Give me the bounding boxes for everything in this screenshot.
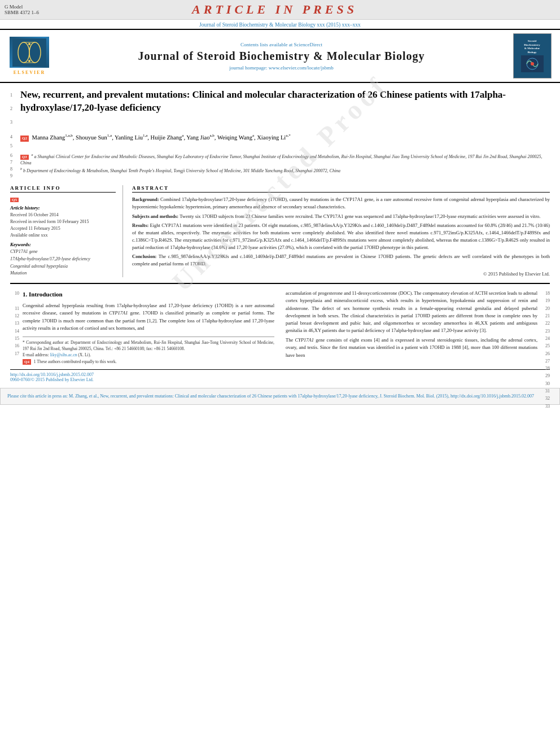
article-info-abstract-section: ARTICLE INFO Q5 Article history: Receive… [10,185,550,277]
model-label: G Model SBMB 4372 1–6 [5,4,39,15]
citation-text: Please cite this article in press as: M.… [7,394,449,399]
article-title: New, recurrent, and prevalent mutations:… [20,89,550,115]
section-divider [10,283,550,284]
citation-box: Please cite this article in press as: M.… [0,388,560,405]
q5-badge: Q5 [10,198,19,202]
keywords-label: Keywords: [10,242,116,247]
q3-badge: Q3 [20,154,30,159]
email-footnote: E-mail address: liky@sihs.ac.cn (X. Li). [23,352,274,358]
journal-cover-area: SteroidBiochemistry& MolecularBiology [511,33,553,78]
authors-text: Q2 Manna Zhang1,a,b, Shouyue Sun1,a, Yan… [20,133,291,148]
intro-section-number: 1. Introduction [23,290,274,299]
abstract-column: ABSTRACT Background: Combined 17alpha-hy… [132,185,550,277]
journal-homepage: journal homepage: www.elsevier.com/locat… [229,65,333,71]
svg-point-5 [28,43,30,45]
intro-right-text-2: The CYP17A1 gene consists of eight exons… [286,337,537,359]
svg-point-6 [28,60,30,62]
watermark-area: Uncorrected Proof 1 2 3 New, recurrent, … [10,89,550,277]
elsevier-logo-area: ELSEVIER [7,33,52,78]
footnote-section: * Corresponding author at: Department of… [23,337,274,365]
article-title-section: 1 2 3 New, recurrent, and prevalent muta… [10,89,550,129]
abstract-text: Background: Combined 17alpha-hydroxylase… [132,196,550,268]
journal-main-title: Journal of Steroid Biochemistry & Molecu… [138,50,425,63]
doi-section: http://dx.doi.org/10.1016/j.jsbmb.2015.0… [10,369,550,382]
journal-cover-image: SteroidBiochemistry& MolecularBiology [513,33,552,78]
introduction-section: 10 11 12 13 14 15 16 17 1. Introduction … [10,290,550,365]
left-line-numbers: 10 11 12 13 14 15 16 17 [10,290,19,357]
right-line-numbers: 1819202122 2324252627 282930313233 [545,290,550,410]
issn-text: 0960-0760/© 2015 Published by Elsevier L… [10,377,94,382]
intro-left-text: Congenital adrenal hyperplasia resulting… [23,302,274,332]
affiliations-text: Q3 a a Shanghai Clinical Center for Endo… [20,152,550,176]
article-dates: Received 16 October 2014 Received in rev… [10,212,116,239]
article-info-column: ARTICLE INFO Q5 Article history: Receive… [10,185,123,277]
q4-badge-area: Q4 1 These authors contributed equally t… [23,359,274,365]
q2-badge: Q2 [20,134,30,141]
doi-link[interactable]: http://dx.doi.org/10.1016/j.jsbmb.2015.0… [10,372,94,377]
article-history-label: Article history: [10,205,116,211]
svg-point-9 [531,62,534,65]
journal-title-area: Contents lists available at ScienceDirec… [58,33,505,78]
intro-left-column: 10 11 12 13 14 15 16 17 1. Introduction … [10,290,274,365]
article-in-press-banner: ARTICLE IN PRESS [39,2,510,17]
abstract-heading: ABSTRACT [132,185,550,193]
q5-badge-area: Q5 [10,196,116,202]
abstract-copyright: © 2015 Published by Elsevier Ltd. [132,271,550,277]
q4-badge: Q4 [23,359,31,365]
corresponding-footnote: * Corresponding author at: Department of… [23,339,274,352]
article-title-area: New, recurrent, and prevalent mutations:… [20,89,550,129]
keywords-list: CYP17A1 gene 17Alpha-hydroxylase/17,20-l… [10,248,116,277]
article-info-heading: ARTICLE INFO [10,185,116,193]
contents-available-line: Contents lists available at ScienceDirec… [240,42,322,47]
top-banner: G Model SBMB 4372 1–6 ARTICLE IN PRESS [0,0,560,20]
affiliations-section: 6 7 8 9 Q3 a a Shanghai Clinical Center … [10,152,550,180]
intro-right-column: 1819202122 2324252627 282930313233 accum… [286,290,550,365]
journal-logo-image [10,37,49,68]
authors-line: 4 5 Q2 Manna Zhang1,a,b, Shouyue Sun1,a,… [10,133,550,151]
intro-right-text-1: accumulation of progesterone and 11-deox… [286,290,537,334]
journal-title-line: Journal of Steroid Biochemistry & Molecu… [0,20,560,29]
article-content: Uncorrected Proof 1 2 3 New, recurrent, … [0,83,560,388]
elsevier-brand-text: ELSEVIER [14,70,45,75]
title-line-numbers: 1 2 3 [10,89,20,129]
journal-header: ELSEVIER Contents lists available at Sci… [0,29,560,83]
citation-url: http://dx.doi.org/10.1016/j.jsbmb.2015.0… [450,394,534,399]
